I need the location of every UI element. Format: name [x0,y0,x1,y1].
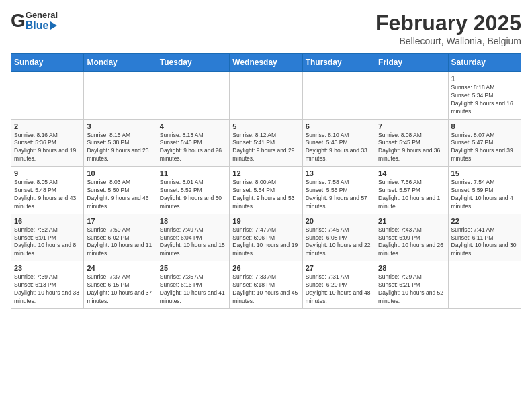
day-number: 5 [232,122,299,130]
day-number: 21 [378,217,445,225]
table-row: 11Sunrise: 8:01 AM Sunset: 5:52 PM Dayli… [157,167,229,214]
calendar-week-4: 16Sunrise: 7:52 AM Sunset: 6:01 PM Dayli… [11,214,521,261]
table-row: 27Sunrise: 7:31 AM Sunset: 6:20 PM Dayli… [302,261,375,309]
day-info: Sunrise: 8:16 AM Sunset: 5:36 PM Dayligh… [14,132,81,164]
day-info: Sunrise: 7:52 AM Sunset: 6:01 PM Dayligh… [14,226,81,259]
logo-arrow-icon [50,21,57,30]
table-row: 19Sunrise: 7:47 AM Sunset: 6:06 PM Dayli… [230,214,302,261]
calendar-week-3: 9Sunrise: 8:05 AM Sunset: 5:48 PM Daylig… [11,167,521,214]
logo-general-text: General [26,11,58,20]
day-info: Sunrise: 7:45 AM Sunset: 6:08 PM Dayligh… [306,226,372,259]
calendar-header-row: Sunday Monday Tuesday Wednesday Thursday… [11,54,521,72]
table-row: 28Sunrise: 7:29 AM Sunset: 6:21 PM Dayli… [375,261,448,309]
calendar-subtitle: Bellecourt, Wallonia, Belgium [375,36,521,46]
table-row [448,261,521,309]
day-number: 19 [232,217,299,225]
day-info: Sunrise: 8:18 AM Sunset: 5:34 PM Dayligh… [451,84,518,116]
col-wednesday: Wednesday [230,54,302,72]
title-section: February 2025 Bellecourt, Wallonia, Belg… [375,11,521,46]
table-row: 12Sunrise: 8:00 AM Sunset: 5:54 PM Dayli… [230,167,302,214]
day-info: Sunrise: 7:49 AM Sunset: 6:04 PM Dayligh… [160,226,226,259]
day-info: Sunrise: 8:05 AM Sunset: 5:48 PM Dayligh… [14,179,81,211]
day-info: Sunrise: 7:43 AM Sunset: 6:09 PM Dayligh… [378,226,445,259]
col-sunday: Sunday [11,54,84,72]
day-info: Sunrise: 7:35 AM Sunset: 6:16 PM Dayligh… [160,273,226,306]
table-row: 7Sunrise: 8:08 AM Sunset: 5:45 PM Daylig… [375,119,448,167]
day-number: 11 [160,169,226,177]
table-row: 6Sunrise: 8:10 AM Sunset: 5:43 PM Daylig… [302,119,375,167]
day-info: Sunrise: 7:47 AM Sunset: 6:06 PM Dayligh… [232,226,299,259]
day-info: Sunrise: 7:41 AM Sunset: 6:11 PM Dayligh… [451,226,518,259]
day-info: Sunrise: 8:07 AM Sunset: 5:47 PM Dayligh… [451,132,518,164]
day-number: 18 [160,217,226,225]
day-number: 6 [306,122,372,130]
page-header: G General Blue February 2025 Bellecourt,… [11,11,521,46]
day-number: 26 [232,264,299,272]
col-tuesday: Tuesday [157,54,229,72]
day-number: 2 [14,122,81,130]
day-number: 13 [306,169,372,177]
col-friday: Friday [375,54,448,72]
day-number: 1 [451,75,518,83]
day-number: 9 [14,169,81,177]
day-info: Sunrise: 8:08 AM Sunset: 5:45 PM Dayligh… [378,132,445,164]
day-number: 10 [87,169,153,177]
day-number: 23 [14,264,81,272]
day-info: Sunrise: 8:10 AM Sunset: 5:43 PM Dayligh… [306,132,372,164]
day-number: 7 [378,122,445,130]
table-row: 3Sunrise: 8:15 AM Sunset: 5:38 PM Daylig… [84,119,157,167]
day-info: Sunrise: 8:00 AM Sunset: 5:54 PM Dayligh… [232,179,299,211]
day-info: Sunrise: 7:39 AM Sunset: 6:13 PM Dayligh… [14,273,81,306]
table-row: 25Sunrise: 7:35 AM Sunset: 6:16 PM Dayli… [157,261,229,309]
table-row [11,72,84,120]
table-row: 16Sunrise: 7:52 AM Sunset: 6:01 PM Dayli… [11,214,84,261]
table-row: 17Sunrise: 7:50 AM Sunset: 6:02 PM Dayli… [84,214,157,261]
table-row: 1Sunrise: 8:18 AM Sunset: 5:34 PM Daylig… [448,72,521,120]
calendar-week-2: 2Sunrise: 8:16 AM Sunset: 5:36 PM Daylig… [11,119,521,167]
table-row [157,72,229,120]
day-info: Sunrise: 7:50 AM Sunset: 6:02 PM Dayligh… [87,226,153,259]
table-row [375,72,448,120]
table-row: 21Sunrise: 7:43 AM Sunset: 6:09 PM Dayli… [375,214,448,261]
col-thursday: Thursday [302,54,375,72]
day-info: Sunrise: 7:54 AM Sunset: 5:59 PM Dayligh… [451,179,518,211]
day-info: Sunrise: 8:12 AM Sunset: 5:41 PM Dayligh… [232,132,299,164]
logo-general-g: G [11,10,26,31]
day-number: 12 [232,169,299,177]
calendar-title: February 2025 [375,11,521,36]
day-number: 22 [451,217,518,225]
table-row: 18Sunrise: 7:49 AM Sunset: 6:04 PM Dayli… [157,214,229,261]
table-row: 10Sunrise: 8:03 AM Sunset: 5:50 PM Dayli… [84,167,157,214]
day-info: Sunrise: 7:31 AM Sunset: 6:20 PM Dayligh… [306,273,372,306]
calendar-table: Sunday Monday Tuesday Wednesday Thursday… [11,53,521,309]
table-row: 22Sunrise: 7:41 AM Sunset: 6:11 PM Dayli… [448,214,521,261]
day-number: 20 [306,217,372,225]
table-row: 4Sunrise: 8:13 AM Sunset: 5:40 PM Daylig… [157,119,229,167]
table-row: 26Sunrise: 7:33 AM Sunset: 6:18 PM Dayli… [230,261,302,309]
day-info: Sunrise: 8:15 AM Sunset: 5:38 PM Dayligh… [87,132,153,164]
day-number: 15 [451,169,518,177]
day-number: 4 [160,122,226,130]
day-info: Sunrise: 7:56 AM Sunset: 5:57 PM Dayligh… [378,179,445,211]
logo-blue-text: Blue [26,20,49,31]
day-number: 25 [160,264,226,272]
day-number: 17 [87,217,153,225]
col-saturday: Saturday [448,54,521,72]
table-row: 15Sunrise: 7:54 AM Sunset: 5:59 PM Dayli… [448,167,521,214]
table-row: 24Sunrise: 7:37 AM Sunset: 6:15 PM Dayli… [84,261,157,309]
table-row: 2Sunrise: 8:16 AM Sunset: 5:36 PM Daylig… [11,119,84,167]
col-monday: Monday [84,54,157,72]
logo: G General Blue [11,11,58,31]
table-row: 14Sunrise: 7:56 AM Sunset: 5:57 PM Dayli… [375,167,448,214]
day-info: Sunrise: 8:13 AM Sunset: 5:40 PM Dayligh… [160,132,226,164]
day-info: Sunrise: 8:01 AM Sunset: 5:52 PM Dayligh… [160,179,226,211]
day-number: 14 [378,169,445,177]
table-row [230,72,302,120]
day-number: 3 [87,122,153,130]
day-info: Sunrise: 7:58 AM Sunset: 5:55 PM Dayligh… [306,179,372,211]
table-row [302,72,375,120]
table-row: 23Sunrise: 7:39 AM Sunset: 6:13 PM Dayli… [11,261,84,309]
calendar-week-1: 1Sunrise: 8:18 AM Sunset: 5:34 PM Daylig… [11,72,521,120]
table-row: 20Sunrise: 7:45 AM Sunset: 6:08 PM Dayli… [302,214,375,261]
day-info: Sunrise: 7:33 AM Sunset: 6:18 PM Dayligh… [232,273,299,306]
